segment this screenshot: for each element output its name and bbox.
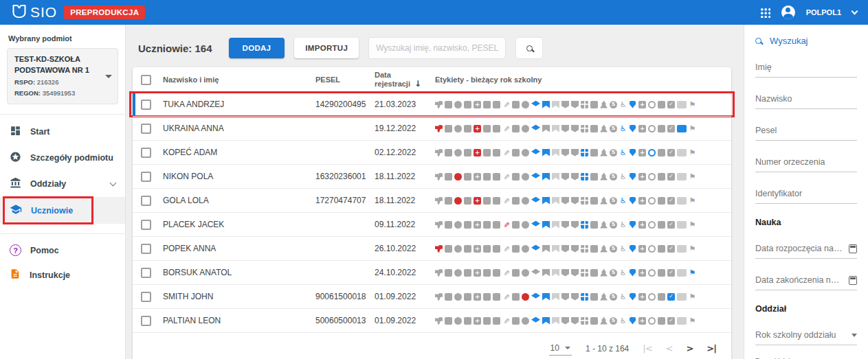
table-row[interactable]: PALTIAN LEON5006050001301.09.2022 bbox=[133, 308, 731, 332]
map-pin-icon bbox=[629, 149, 636, 157]
table-row[interactable]: NIKON POLA1632023600118.11.2022 bbox=[133, 164, 731, 188]
user-menu-chevron-icon[interactable] bbox=[852, 8, 858, 15]
medical-plus-icon bbox=[638, 269, 646, 277]
flag-icon bbox=[689, 293, 696, 301]
sidebar-item-start[interactable]: Start bbox=[0, 119, 125, 145]
row-checkbox[interactable] bbox=[141, 124, 151, 134]
table-row[interactable]: SMITH JOHN9006150001801.09.2022 bbox=[133, 284, 731, 308]
education-end-date-field[interactable]: Data zakończenia nauki do d... bbox=[755, 275, 857, 290]
pen-crossed-icon bbox=[502, 149, 510, 157]
row-checkbox[interactable] bbox=[141, 268, 151, 278]
bookmark-outline-icon bbox=[552, 101, 559, 108]
graduation-cap-icon bbox=[531, 149, 540, 157]
pen-crossed-icon bbox=[502, 173, 510, 181]
shield-check-icon bbox=[561, 125, 569, 132]
sidebar-item-label: Uczniowie bbox=[31, 206, 73, 216]
book-icon bbox=[658, 125, 665, 132]
row-checkbox[interactable] bbox=[141, 172, 151, 182]
bus-icon bbox=[590, 173, 598, 181]
sidebar-item-oddzialy[interactable]: Oddziały bbox=[0, 171, 125, 197]
clock-icon bbox=[454, 221, 462, 229]
import-button[interactable]: IMPORTUJ bbox=[294, 38, 359, 58]
registration-date: 19.12.2022 bbox=[375, 124, 435, 133]
username: POLPOL1 bbox=[806, 8, 841, 16]
column-name[interactable]: Nazwisko i imię bbox=[163, 76, 315, 84]
last-name-field[interactable]: Nazwisko bbox=[755, 94, 857, 109]
first-name-field[interactable]: Imię bbox=[755, 62, 857, 78]
check-square-icon bbox=[667, 149, 675, 157]
bookmark-outline-icon bbox=[552, 317, 559, 325]
shield-globe-icon bbox=[571, 317, 579, 325]
book-icon bbox=[658, 173, 665, 181]
toolbox-icon bbox=[464, 101, 471, 108]
pesel-field[interactable]: Pesel bbox=[755, 126, 857, 141]
table-row[interactable]: KOPEĆ ADAM02.12.2022 bbox=[133, 140, 731, 164]
identifier-field[interactable]: Identyfikator bbox=[755, 189, 857, 204]
student-name: TUKA ANDRZEJ bbox=[163, 100, 315, 109]
row-checkbox[interactable] bbox=[141, 316, 151, 326]
medkit-icon bbox=[474, 293, 481, 301]
school-year-select[interactable]: Rok szkolny oddziału bbox=[755, 330, 857, 345]
row-checkbox[interactable] bbox=[141, 244, 151, 254]
user-avatar-icon[interactable] bbox=[781, 5, 795, 19]
column-registration-date[interactable]: Data rejestracji↓ bbox=[375, 71, 435, 89]
app-logo[interactable]: SIO bbox=[11, 3, 57, 22]
expand-chevron-icon[interactable] bbox=[110, 179, 117, 186]
row-checkbox[interactable] bbox=[141, 292, 151, 302]
tree-icon bbox=[600, 269, 608, 277]
regon-value: 354991953 bbox=[43, 89, 76, 97]
shield-check-icon bbox=[561, 245, 569, 253]
last-page-button[interactable]: >| bbox=[706, 343, 716, 354]
globe-icon bbox=[522, 293, 529, 301]
table-row[interactable]: UKRAINA ANNA19.12.2022 bbox=[133, 116, 731, 140]
page-size-caret-icon bbox=[565, 347, 570, 349]
flag-icon bbox=[689, 173, 696, 181]
student-name: POPEK ANNA bbox=[163, 244, 315, 253]
search-input[interactable] bbox=[368, 37, 506, 59]
row-checkbox[interactable] bbox=[141, 100, 151, 110]
search-button[interactable] bbox=[515, 37, 543, 59]
row-checkbox[interactable] bbox=[141, 220, 151, 230]
page-size-select[interactable]: 10 bbox=[549, 341, 572, 356]
calendar-icon[interactable] bbox=[849, 276, 857, 285]
sort-descending-icon[interactable]: ↓ bbox=[414, 79, 421, 89]
pen-crossed-icon bbox=[502, 245, 510, 253]
next-page-button[interactable]: > bbox=[686, 343, 693, 354]
book-icon bbox=[658, 101, 665, 108]
student-pesel: 17270474707 bbox=[315, 196, 375, 205]
wheelchair-icon bbox=[619, 293, 627, 301]
previous-page-button[interactable]: < bbox=[666, 343, 673, 354]
apps-grid-icon[interactable] bbox=[760, 8, 770, 18]
add-button[interactable]: DODAJ bbox=[229, 38, 285, 58]
globe-icon bbox=[522, 149, 529, 157]
sidebar-item-pomoc[interactable]: ? Pomoc bbox=[0, 238, 125, 262]
id-card-icon bbox=[483, 149, 491, 157]
document-icon bbox=[493, 173, 500, 181]
table-row[interactable]: TUKA ANDRZEJ1429020049521.03.2023 bbox=[133, 92, 731, 116]
sidebar-item-uczniowie[interactable]: Uczniowie bbox=[0, 197, 125, 224]
column-pesel[interactable]: PESEL bbox=[315, 76, 375, 84]
column-labels[interactable]: Etykiety - bieżący rok szkolny bbox=[435, 76, 731, 84]
education-start-date-field[interactable]: Data rozpoczęcia nauki od d... bbox=[755, 244, 857, 259]
row-checkbox[interactable] bbox=[141, 148, 151, 158]
book-icon bbox=[658, 221, 665, 229]
table-row[interactable]: GOLA LOLA1727047470718.11.2022 bbox=[133, 188, 731, 212]
row-checkbox[interactable] bbox=[141, 196, 151, 206]
labels-strip bbox=[435, 317, 731, 325]
table-row[interactable]: BORSUK ANATOL24.10.2022 bbox=[133, 260, 731, 284]
table-row[interactable]: PLACEK JACEK09.11.2022 bbox=[133, 212, 731, 236]
calendar-icon[interactable] bbox=[849, 244, 857, 253]
document-icon bbox=[493, 101, 500, 108]
student-pesel: 50060500013 bbox=[315, 316, 375, 325]
bookmark-outline-icon bbox=[552, 173, 559, 181]
table-row[interactable]: POPEK ANNA26.10.2022 bbox=[133, 236, 731, 260]
decision-number-field[interactable]: Numer orzeczenia bbox=[755, 157, 857, 172]
document-icon bbox=[10, 268, 21, 281]
panel-search-button[interactable]: Wyszukaj bbox=[755, 36, 857, 46]
sidebar-item-instrukcje[interactable]: Instrukcje bbox=[0, 262, 125, 288]
entity-selector[interactable]: TEST-KD-SZKOŁA PODSTAWOWA NR 1 RSPO: 216… bbox=[7, 48, 118, 104]
first-page-button[interactable]: |< bbox=[643, 343, 652, 354]
environment-badge: PREPRODUKCJA bbox=[64, 5, 145, 19]
sidebar-item-szczegoly-podmiotu[interactable]: Szczegóły podmiotu bbox=[0, 145, 125, 171]
select-all-checkbox[interactable] bbox=[141, 75, 151, 85]
